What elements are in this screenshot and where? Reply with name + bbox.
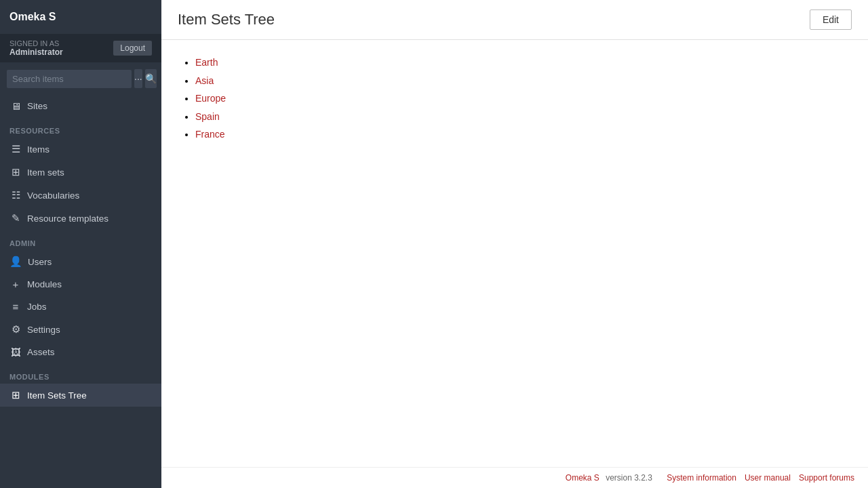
vocabularies-icon: ☷	[9, 189, 22, 201]
tree-item-france[interactable]: France	[195, 129, 225, 140]
main-content: Item Sets Tree Edit EarthAsiaEuropeSpain…	[161, 0, 868, 488]
sidebar-item-resource-templates[interactable]: ✎Resource templates	[0, 207, 161, 230]
users-icon: 👤	[9, 256, 22, 268]
tree-item-europe[interactable]: Europe	[195, 93, 226, 104]
sidebar-item-label-items: Items	[27, 144, 50, 155]
sidebar-item-item-sets-tree[interactable]: ⊞Item Sets Tree	[0, 384, 161, 407]
tree-list: EarthAsiaEuropeSpainFrance	[182, 54, 848, 144]
sidebar-item-label-users: Users	[28, 257, 52, 267]
sidebar-item-items[interactable]: ☰Items	[0, 138, 161, 161]
signed-in-info: SIGNED IN AS Administrator	[9, 39, 63, 57]
sidebar-item-assets[interactable]: 🖼Assets	[0, 341, 161, 363]
assets-icon: 🖼	[9, 346, 22, 358]
sidebar-item-jobs[interactable]: ≡Jobs	[0, 296, 161, 318]
sites-icon: 🖥	[9, 100, 22, 112]
resource-templates-icon: ✎	[9, 212, 22, 224]
search-input[interactable]	[7, 70, 132, 88]
sidebar-item-label-vocabularies: Vocabularies	[27, 190, 79, 201]
tree-item-asia[interactable]: Asia	[195, 75, 214, 86]
footer-brand-link[interactable]: Omeka S	[566, 473, 599, 483]
sidebar-item-label-item-sets-tree: Item Sets Tree	[27, 390, 87, 401]
settings-icon: ⚙	[9, 323, 22, 336]
sidebar-item-vocabularies[interactable]: ☷Vocabularies	[0, 184, 161, 207]
main-body: EarthAsiaEuropeSpainFrance	[161, 40, 868, 467]
sidebar-item-label-assets: Assets	[27, 347, 55, 357]
tree-item-spain[interactable]: Spain	[195, 111, 220, 122]
list-item: Europe	[195, 89, 848, 108]
sidebar-item-item-sets[interactable]: ⊞Item sets	[0, 161, 161, 184]
search-options-button[interactable]: ···	[134, 69, 142, 88]
sidebar-item-label-item-sets: Item sets	[27, 167, 64, 178]
page-title: Item Sets Tree	[178, 11, 275, 28]
items-icon: ☰	[9, 143, 22, 155]
logout-button[interactable]: Logout	[113, 41, 152, 56]
signed-in-label: SIGNED IN AS	[9, 39, 63, 47]
modules-icon: +	[9, 279, 22, 290]
footer-link-user-manual[interactable]: User manual	[745, 473, 791, 483]
sidebar-item-label-resource-templates: Resource templates	[27, 214, 108, 224]
jobs-icon: ≡	[9, 301, 22, 312]
footer: Omeka S version 3.2.3 System information…	[161, 467, 868, 488]
list-item: Asia	[195, 72, 848, 90]
main-header: Item Sets Tree Edit	[161, 0, 868, 40]
sidebar-item-modules[interactable]: +Modules	[0, 273, 161, 296]
sidebar-item-label-modules: Modules	[27, 279, 62, 289]
footer-links: System informationUser manualSupport for…	[658, 473, 854, 483]
sidebar-item-label-sites: Sites	[27, 101, 47, 111]
section-label-resources: RESOURCES	[0, 117, 161, 138]
sidebar-item-sites[interactable]: 🖥 Sites	[0, 95, 161, 117]
item-sets-tree-icon: ⊞	[9, 389, 22, 401]
section-label-modules-section: MODULES	[0, 363, 161, 384]
edit-button[interactable]: Edit	[810, 9, 852, 30]
sidebar-sections: RESOURCES☰Items⊞Item sets☷Vocabularies✎R…	[0, 117, 161, 407]
sidebar: Omeka S SIGNED IN AS Administrator Logou…	[0, 0, 161, 488]
footer-link-system-information[interactable]: System information	[667, 473, 736, 483]
search-submit-button[interactable]: 🔍	[145, 69, 157, 88]
app-title: Omeka S	[0, 0, 161, 34]
list-item: France	[195, 125, 848, 144]
tree-item-earth[interactable]: Earth	[195, 57, 218, 68]
sidebar-item-settings[interactable]: ⚙Settings	[0, 318, 161, 341]
sidebar-item-label-jobs: Jobs	[27, 302, 47, 312]
list-item: Earth	[195, 54, 848, 72]
section-label-admin: ADMIN	[0, 230, 161, 250]
signed-in-name: Administrator	[9, 47, 63, 57]
footer-link-support-forums[interactable]: Support forums	[799, 473, 854, 483]
sidebar-item-label-settings: Settings	[27, 325, 60, 335]
search-bar: ··· 🔍	[0, 62, 161, 95]
signed-in-bar: SIGNED IN AS Administrator Logout	[0, 34, 161, 62]
item-sets-icon: ⊞	[9, 166, 22, 178]
sidebar-item-users[interactable]: 👤Users	[0, 250, 161, 273]
list-item: Spain	[195, 108, 848, 126]
footer-version: version 3.2.3	[606, 473, 652, 483]
